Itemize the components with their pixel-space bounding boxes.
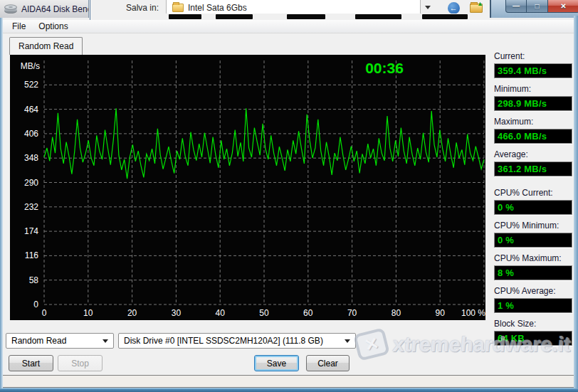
disk-icon: [4, 4, 17, 14]
window-controls: — □ ✕: [490, 0, 578, 18]
save-in-label: Salva in:: [126, 3, 159, 13]
save-dialog-fragment: Salva in: Intel Sata 6Gbs ← ▲ ✱: [90, 0, 489, 20]
stat-current: Current: 359.4 MB/s: [494, 51, 572, 78]
cpu-minimum-value: 0 %: [498, 235, 514, 245]
app-window: AIDA64 Disk Bench Salva in: Intel Sata 6…: [0, 0, 578, 392]
tick-label: 58: [29, 275, 39, 285]
chevron-down-icon: [345, 339, 350, 343]
window-frame-left: [0, 18, 3, 388]
start-button[interactable]: Start: [9, 355, 53, 371]
tick-label: 50: [259, 308, 269, 318]
chart-svg: MB/s522464406348290232174116580010203040…: [10, 55, 485, 320]
menu-options[interactable]: Options: [32, 20, 74, 33]
close-button[interactable]: ✕: [547, 0, 578, 13]
stat-maximum: Maximum: 466.0 MB/s: [494, 117, 572, 144]
cpu-average-value: 1 %: [498, 300, 514, 311]
stop-button[interactable]: Stop: [58, 355, 103, 371]
tick-label: 60: [303, 308, 313, 318]
tab-random-read[interactable]: Random Read: [9, 37, 83, 55]
elapsed-time: 00:36: [365, 60, 404, 76]
clear-button[interactable]: Clear: [306, 355, 350, 371]
cpu-current-value: 0 %: [498, 202, 514, 213]
up-folder-icon: ▲: [470, 4, 483, 13]
file-list-fragment: [90, 14, 489, 20]
benchmark-chart: MB/s522464406348290232174116580010203040…: [10, 55, 485, 320]
average-value: 361.2 MB/s: [498, 164, 547, 174]
stat-block-size: Block Size: 64 KB: [494, 319, 572, 346]
status-bar: [1, 375, 577, 388]
chevron-down-icon: [103, 339, 108, 343]
window-frame-bottom: [0, 388, 578, 392]
tick-label: 522: [24, 80, 38, 90]
tick-label: 0: [33, 300, 38, 309]
tick-label: 116: [25, 250, 38, 260]
tick-label: 232: [24, 202, 38, 212]
tick-label: 0: [42, 308, 47, 318]
tick-label: 30: [172, 308, 182, 318]
maximum-value: 466.0 MB/s: [498, 131, 547, 142]
block-size-value: 64 KB: [498, 333, 525, 344]
tick-label: 348: [24, 153, 38, 163]
cpu-maximum-value: 8 %: [498, 267, 514, 278]
stat-cpu-maximum: CPU% Maximum: 8 %: [494, 253, 572, 280]
tick-label: 406: [24, 129, 38, 139]
up-one-level-button[interactable]: ▲: [468, 1, 485, 15]
back-button[interactable]: ←: [445, 1, 462, 15]
tick-label: 70: [347, 308, 357, 318]
tick-label: 100 %: [461, 308, 485, 318]
tick-label: 90: [436, 308, 446, 318]
throughput-line: [44, 108, 484, 179]
chevron-down-icon[interactable]: [425, 6, 431, 9]
test-type-dropdown[interactable]: Random Read: [6, 333, 114, 349]
tab-label: Random Read: [19, 41, 73, 51]
tick-label: 20: [127, 308, 137, 318]
watermark-x-logo: ✕: [353, 327, 390, 361]
tick-label: 80: [392, 308, 401, 318]
window-frame-right: [574, 16, 578, 388]
stat-minimum: Minimum: 298.9 MB/s: [494, 84, 572, 111]
save-button[interactable]: Save: [254, 355, 299, 371]
stat-cpu-current: CPU% Current: 0 %: [494, 188, 572, 215]
folder-icon: [172, 4, 184, 12]
current-value: 359.4 MB/s: [498, 65, 547, 76]
window-title: AIDA64 Disk Bench: [21, 4, 89, 14]
tick-label: 40: [216, 308, 226, 318]
tick-label: 290: [24, 178, 38, 188]
tick-label: 174: [24, 226, 38, 236]
tick-label: 464: [24, 105, 38, 115]
stat-cpu-minimum: CPU% Minimum: 0 %: [494, 221, 572, 248]
tick-label: 10: [83, 308, 93, 318]
maximize-button[interactable]: □: [527, 0, 547, 13]
menu-bar: File Options: [0, 20, 574, 33]
stats-panel: Current: 359.4 MB/s Minimum: 298.9 MB/s …: [494, 51, 572, 351]
menu-file[interactable]: File: [6, 20, 32, 33]
minimum-value: 298.9 MB/s: [498, 98, 547, 109]
stat-cpu-average: CPU% Average: 1 %: [494, 286, 572, 313]
minimize-button[interactable]: —: [505, 0, 527, 13]
y-axis-unit: MB/s: [21, 61, 40, 71]
save-location-value: Intel Sata 6Gbs: [188, 3, 247, 13]
stat-average: Average: 361.2 MB/s: [494, 149, 572, 176]
back-arrow-icon: ←: [448, 2, 460, 14]
window-title-bar: AIDA64 Disk Bench: [0, 0, 89, 18]
disk-drive-dropdown[interactable]: Disk Drive #0 [INTEL SSDSC2MH120A2] (111…: [118, 333, 356, 349]
